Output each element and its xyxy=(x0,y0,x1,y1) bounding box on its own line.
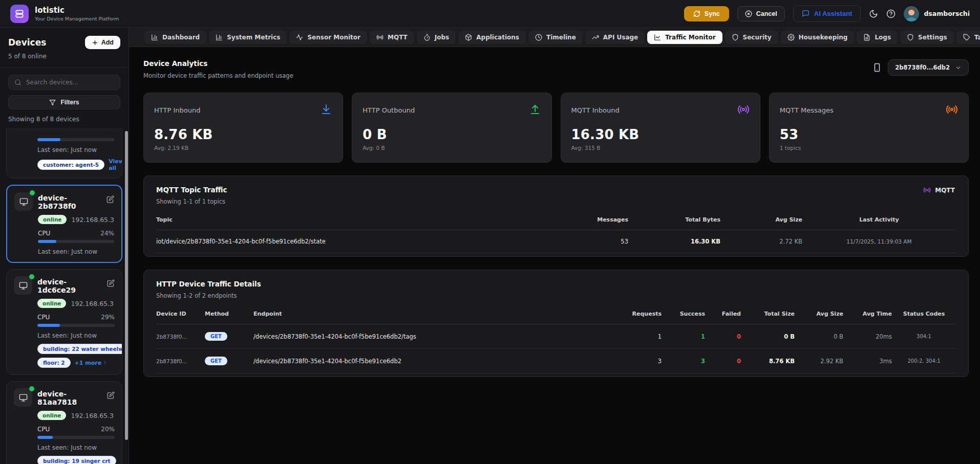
device-selector-dropdown[interactable]: 2b8738f0...6db2 xyxy=(888,59,969,76)
http-table-header: Device IDMethodEndpoint RequestsSuccess … xyxy=(156,311,956,324)
tab-bar: DashboardSystem MetricsSensor MonitorMQT… xyxy=(129,28,980,47)
http-traffic-panel: HTTP Device Traffic Details Showing 1-2 … xyxy=(143,270,969,377)
cpu-value: 24% xyxy=(100,230,114,237)
avg-size-cell: 2.92 KB xyxy=(795,358,843,365)
tag-pill[interactable]: customer: agent-5 xyxy=(37,160,104,170)
tab-security[interactable]: Security xyxy=(725,31,778,44)
device-icon xyxy=(872,63,882,72)
device-last-seen: Last seen: Just now xyxy=(37,146,115,153)
sidebar-scrollbar[interactable] xyxy=(125,131,128,440)
app-title: lotistic xyxy=(35,6,119,15)
device-monitor-icon xyxy=(14,388,32,407)
http-table-row[interactable]: 2b8738f0... GET /devices/2b8738f0-35e1-4… xyxy=(156,324,956,349)
stat-card-mqtt-messages: MQTT Messages 53 1 topics xyxy=(769,93,969,163)
tab-mqtt[interactable]: MQTT xyxy=(370,31,414,44)
cpu-bar xyxy=(37,436,115,439)
tab-dashboard[interactable]: Dashboard xyxy=(144,31,206,44)
help-icon[interactable] xyxy=(886,9,896,18)
radio-icon xyxy=(737,103,750,116)
last-activity-cell: 11/7/2025, 11:39:03 AM xyxy=(802,238,956,245)
mqtt-table-header: TopicMessages Total BytesAvg Size Last A… xyxy=(156,216,956,230)
package-icon xyxy=(465,34,472,41)
tag-pill[interactable]: floor: 2 xyxy=(37,358,71,368)
stat-sub: Avg: 0 B xyxy=(363,145,541,151)
cpu-label: CPU xyxy=(37,426,50,433)
tab-logs[interactable]: Logs xyxy=(857,31,898,44)
username: dsamborschi xyxy=(924,10,970,17)
http-table: Device IDMethodEndpoint RequestsSuccess … xyxy=(156,311,956,373)
messages-cell: 53 xyxy=(572,238,628,245)
mqtt-topic-traffic-panel: MQTT Topic Traffic Showing 1-1 of 1 topi… xyxy=(143,175,969,257)
stat-value: 0 B xyxy=(363,127,541,142)
tab-sensor-monitor[interactable]: Sensor Monitor xyxy=(289,31,367,44)
tab-applications[interactable]: Applications xyxy=(458,31,526,44)
tab-timeline[interactable]: Timeline xyxy=(528,31,583,44)
method-cell: GET xyxy=(205,332,253,341)
device-last-seen: Last seen: Just now xyxy=(38,248,114,255)
arrow-down-to-line-icon xyxy=(320,103,332,116)
device-name: device-1dc6ce29 xyxy=(37,276,102,294)
online-badge: online xyxy=(37,411,66,420)
chevron-down-icon xyxy=(955,64,962,71)
device-card-device-1dc6ce29[interactable]: device-1dc6ce29 online 192.168.65.3 CPU2… xyxy=(6,269,122,375)
stat-card-http-inbound: HTTP Inbound 8.76 KB Avg: 2.19 KB xyxy=(143,93,343,163)
view-all-link[interactable]: View all xyxy=(109,158,122,171)
sidebar-title: Devices xyxy=(8,37,46,48)
cpu-label: CPU xyxy=(38,230,50,237)
theme-toggle-icon[interactable] xyxy=(869,9,878,18)
http-panel-title: HTTP Device Traffic Details xyxy=(156,280,956,288)
chevron-right-icon xyxy=(102,360,108,365)
page-subtitle: Monitor device traffic patterns and endp… xyxy=(143,72,293,79)
device-card-device-2b8738f0[interactable]: device-2b8738f0 online 192.168.65.3 CPU2… xyxy=(6,185,122,263)
monitor-icon xyxy=(19,393,28,402)
tab-api-usage[interactable]: API Usage xyxy=(585,31,645,44)
sync-button[interactable]: Sync xyxy=(684,6,729,21)
success-cell: 3 xyxy=(662,358,705,365)
tag-pill[interactable]: building: 19 singer crt xyxy=(37,456,116,464)
online-status-dot xyxy=(29,386,34,391)
user-menu[interactable]: dsamborschi xyxy=(904,6,970,21)
tab-settings[interactable]: Settings xyxy=(900,31,954,44)
add-device-button[interactable]: Add xyxy=(85,36,120,49)
filters-button[interactable]: Filters xyxy=(8,95,120,109)
device-card-device-81aa7818[interactable]: device-81aa7818 online 192.168.65.3 CPU2… xyxy=(6,381,122,464)
mqtt-table-row[interactable]: iot/device/2b8738f0-35e1-4204-bc0f-f5be9… xyxy=(156,230,956,253)
search-input[interactable] xyxy=(26,79,114,86)
status-codes-cell: 304:1 xyxy=(892,334,956,339)
refresh-icon xyxy=(693,10,700,17)
device-tags: building: 22 water wheelwayfloor: 2 +1 m… xyxy=(37,344,115,368)
mqtt-panel-subtitle: Showing 1-1 of 1 topics xyxy=(156,198,956,205)
tab-housekeeping[interactable]: Housekeeping xyxy=(781,31,855,44)
edit-device-icon[interactable] xyxy=(106,192,114,204)
bar-chart-icon xyxy=(151,34,158,41)
cancel-button[interactable]: Cancel xyxy=(737,6,785,21)
timer-icon xyxy=(423,34,431,41)
tag-pill[interactable]: building: 22 water wheelway xyxy=(37,344,122,354)
device-ip: 192.168.65.3 xyxy=(71,216,114,224)
ai-assistant-button[interactable]: AI Assistant xyxy=(793,5,861,22)
device-monitor-icon xyxy=(14,192,33,211)
tag-icon xyxy=(963,34,970,41)
device-card-partial[interactable]: Last seen: Just now customer: agent-5 Vi… xyxy=(6,128,122,179)
cpu-value: 20% xyxy=(101,426,115,433)
trending-up-icon xyxy=(592,34,599,41)
http-table-row[interactable]: 2b8738f0... GET /devices/2b8738f0-35e1-4… xyxy=(156,349,956,373)
device-last-seen: Last seen: Just now xyxy=(37,444,115,451)
stat-sub: Avg: 2.19 KB xyxy=(154,145,332,151)
edit-device-icon[interactable] xyxy=(107,276,115,288)
filter-icon xyxy=(49,99,56,106)
device-id-cell: 2b8738f0... xyxy=(156,334,205,340)
total-bytes-cell: 16.30 KB xyxy=(628,238,720,245)
tab-traffic-monitor[interactable]: Traffic Monitor xyxy=(647,31,722,44)
tab-system-metrics[interactable]: System Metrics xyxy=(209,31,287,44)
http-panel-subtitle: Showing 1-2 of 2 endpoints xyxy=(156,292,956,299)
tab-tags[interactable]: Tags xyxy=(956,31,980,44)
activity-icon xyxy=(296,34,303,41)
more-tags-link[interactable]: +1 more xyxy=(75,360,108,366)
stat-value: 53 xyxy=(780,127,958,142)
tab-jobs[interactable]: Jobs xyxy=(417,31,456,44)
radio-icon xyxy=(376,34,384,41)
requests-cell: 1 xyxy=(618,333,662,340)
mqtt-panel-title: MQTT Topic Traffic xyxy=(156,186,956,194)
edit-device-icon[interactable] xyxy=(107,388,115,400)
